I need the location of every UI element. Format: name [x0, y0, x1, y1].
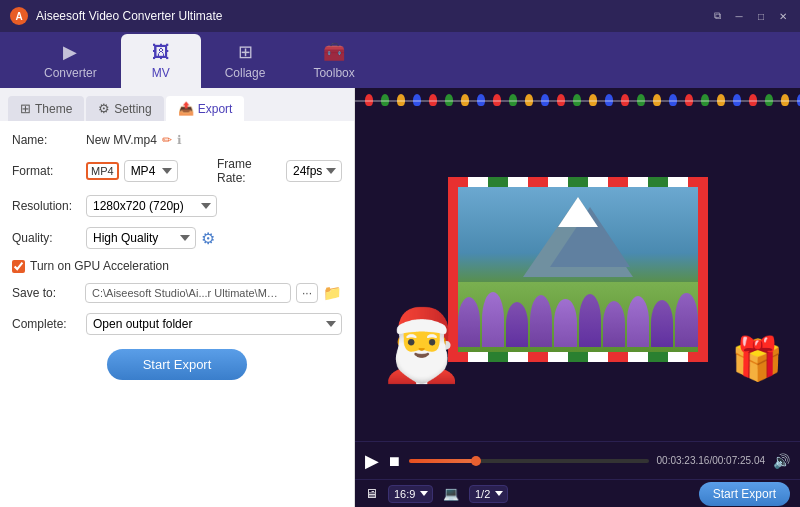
gpu-label: Turn on GPU Acceleration: [30, 259, 169, 273]
complete-select[interactable]: Open output folder Do nothing: [86, 313, 342, 335]
video-frame: [448, 177, 708, 362]
gpu-row: Turn on GPU Acceleration: [12, 259, 342, 273]
progress-fill: [409, 459, 476, 463]
start-export-right-button[interactable]: Start Export: [699, 482, 790, 506]
name-row: Name: New MV.mp4 ✏ ℹ: [12, 133, 342, 147]
quality-select[interactable]: High Quality Medium Quality Low Quality: [86, 227, 196, 249]
collage-label: Collage: [225, 66, 266, 80]
quality-row: Quality: High Quality Medium Quality Low…: [12, 227, 342, 249]
quality-label: Quality:: [12, 231, 80, 245]
tab-converter[interactable]: ▶ Converter: [20, 33, 121, 88]
complete-label: Complete:: [12, 317, 80, 331]
export-panel: Name: New MV.mp4 ✏ ℹ Format: MP4 MP4 MOV…: [0, 121, 354, 507]
controls-bar2: 🖥 16:9 4:3 1:1 💻 1/2 1/1 Start Export: [355, 479, 800, 507]
gpu-checkbox[interactable]: [12, 260, 25, 273]
format-select[interactable]: MP4 MOV AVI: [124, 160, 178, 182]
framerate-label: Frame Rate:: [217, 157, 280, 185]
converter-icon: ▶: [63, 41, 77, 63]
view-monitor-icon: 💻: [443, 486, 459, 501]
quality-gear-button[interactable]: ⚙: [201, 229, 215, 248]
resolution-row: Resolution: 1280x720 (720p) 1920x1080 (1…: [12, 195, 342, 217]
chat-icon[interactable]: ⧉: [710, 9, 724, 23]
gift-figure: 🎁: [731, 338, 783, 380]
maximize-button[interactable]: □: [754, 9, 768, 23]
quality-value: High Quality Medium Quality Low Quality …: [86, 227, 342, 249]
open-folder-button[interactable]: 📁: [323, 284, 342, 302]
format-framerate-row: Format: MP4 MP4 MOV AVI Frame Rate: 24fp…: [12, 157, 342, 185]
resolution-value: 1280x720 (720p) 1920x1080 (1080p): [86, 195, 342, 217]
monitor-icon: 🖥: [365, 486, 378, 501]
name-label: Name:: [12, 133, 80, 147]
app-title: Aiseesoft Video Converter Ultimate: [36, 9, 710, 23]
lights-decoration: [355, 94, 800, 106]
toolbox-label: Toolbox: [313, 66, 354, 80]
save-to-row: Save to: ··· 📁: [12, 283, 342, 303]
mv-icon: 🖼: [152, 42, 170, 63]
view-select[interactable]: 1/2 1/1: [469, 485, 508, 503]
close-button[interactable]: ✕: [776, 9, 790, 23]
preview-area: 🎅: [355, 88, 800, 441]
mv-label: MV: [152, 66, 170, 80]
santa-figure: 🎅: [378, 310, 465, 380]
start-export-left-button[interactable]: Start Export: [107, 349, 248, 380]
title-bar: A Aiseesoft Video Converter Ultimate ⧉ ─…: [0, 0, 800, 32]
save-path-input[interactable]: [85, 283, 291, 303]
setting-gear-icon: ⚙: [98, 101, 110, 116]
edit-name-icon[interactable]: ✏: [162, 133, 172, 147]
main-content: ⊞ Theme ⚙ Setting 📤 Export Name: New MV.…: [0, 88, 800, 507]
tab-toolbox[interactable]: 🧰 Toolbox: [289, 33, 378, 88]
subtab-export[interactable]: 📤 Export: [166, 96, 245, 121]
theme-label: Theme: [35, 102, 72, 116]
time-display: 00:03:23.16/00:07:25.04: [657, 455, 765, 466]
format-label: Format:: [12, 164, 80, 178]
window-controls: ⧉ ─ □ ✕: [710, 9, 790, 23]
play-button[interactable]: ▶: [365, 450, 379, 472]
subtab-setting[interactable]: ⚙ Setting: [86, 96, 163, 121]
converter-label: Converter: [44, 66, 97, 80]
tab-mv[interactable]: 🖼 MV: [121, 34, 201, 88]
export-icon: 📤: [178, 101, 194, 116]
app-icon: A: [10, 7, 28, 25]
setting-label: Setting: [114, 102, 151, 116]
minimize-button[interactable]: ─: [732, 9, 746, 23]
export-label: Export: [198, 102, 233, 116]
left-panel: ⊞ Theme ⚙ Setting 📤 Export Name: New MV.…: [0, 88, 355, 507]
framerate-select[interactable]: 24fps 30fps 60fps: [286, 160, 342, 182]
browse-dots-button[interactable]: ···: [296, 283, 318, 303]
name-value: New MV.mp4 ✏ ℹ: [86, 133, 342, 147]
sub-tabs: ⊞ Theme ⚙ Setting 📤 Export: [0, 88, 354, 121]
progress-bar[interactable]: [409, 459, 649, 463]
format-box: MP4: [86, 162, 119, 180]
right-panel: 🎅: [355, 88, 800, 507]
resolution-label: Resolution:: [12, 199, 80, 213]
tab-collage[interactable]: ⊞ Collage: [201, 33, 290, 88]
complete-row: Complete: Open output folder Do nothing: [12, 313, 342, 335]
playback-bar: ▶ ⏹ 00:03:23.16/00:07:25.04 🔊: [355, 441, 800, 479]
subtab-theme[interactable]: ⊞ Theme: [8, 96, 84, 121]
theme-grid-icon: ⊞: [20, 101, 31, 116]
info-icon[interactable]: ℹ: [177, 133, 182, 147]
framerate-group: Frame Rate: 24fps 30fps 60fps: [217, 157, 342, 185]
collage-icon: ⊞: [238, 41, 253, 63]
resolution-select[interactable]: 1280x720 (720p) 1920x1080 (1080p): [86, 195, 217, 217]
save-to-label: Save to:: [12, 286, 80, 300]
format-value: MP4 MP4 MOV AVI: [86, 160, 211, 182]
stop-button[interactable]: ⏹: [387, 453, 401, 469]
name-input-display: New MV.mp4: [86, 133, 157, 147]
preview-scene: 🎅: [388, 160, 768, 380]
aspect-ratio-select[interactable]: 16:9 4:3 1:1: [388, 485, 433, 503]
progress-thumb: [471, 456, 481, 466]
nav-tabs: ▶ Converter 🖼 MV ⊞ Collage 🧰 Toolbox: [0, 32, 800, 88]
volume-icon[interactable]: 🔊: [773, 453, 790, 469]
toolbox-icon: 🧰: [323, 41, 345, 63]
